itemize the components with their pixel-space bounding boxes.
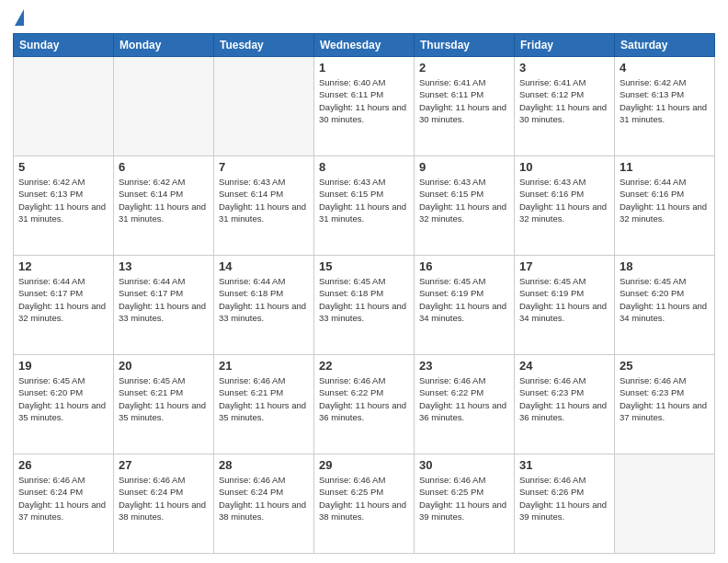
calendar-day-cell: 21Sunrise: 6:46 AM Sunset: 6:21 PM Dayli… — [214, 355, 314, 454]
day-info: Sunrise: 6:46 AM Sunset: 6:22 PM Dayligh… — [319, 374, 409, 423]
calendar-header-day: Sunday — [14, 34, 114, 57]
calendar-day-cell: 30Sunrise: 6:46 AM Sunset: 6:25 PM Dayli… — [415, 454, 515, 554]
calendar-day-cell: 1Sunrise: 6:40 AM Sunset: 6:11 PM Daylig… — [314, 57, 415, 156]
calendar-header-row: SundayMondayTuesdayWednesdayThursdayFrid… — [14, 34, 715, 57]
calendar-header-day: Friday — [515, 34, 615, 57]
day-info: Sunrise: 6:43 AM Sunset: 6:14 PM Dayligh… — [219, 176, 309, 224]
day-info: Sunrise: 6:46 AM Sunset: 6:24 PM Dayligh… — [119, 474, 209, 523]
day-number: 19 — [18, 359, 108, 373]
calendar-week-row: 26Sunrise: 6:46 AM Sunset: 6:24 PM Dayli… — [14, 454, 715, 554]
calendar-day-cell: 7Sunrise: 6:43 AM Sunset: 6:14 PM Daylig… — [214, 156, 314, 256]
day-number: 11 — [620, 160, 710, 174]
day-number: 10 — [519, 160, 609, 174]
day-number: 16 — [419, 259, 509, 273]
calendar-header-day: Monday — [114, 34, 214, 57]
calendar-day-cell: 17Sunrise: 6:45 AM Sunset: 6:19 PM Dayli… — [515, 256, 615, 355]
header — [13, 9, 715, 26]
day-number: 20 — [119, 359, 209, 373]
day-number: 24 — [519, 359, 609, 373]
calendar-week-row: 12Sunrise: 6:44 AM Sunset: 6:17 PM Dayli… — [14, 256, 715, 355]
calendar-header-day: Wednesday — [314, 34, 415, 57]
calendar-day-cell: 10Sunrise: 6:43 AM Sunset: 6:16 PM Dayli… — [515, 156, 615, 256]
day-info: Sunrise: 6:43 AM Sunset: 6:15 PM Dayligh… — [419, 176, 509, 224]
day-number: 14 — [219, 259, 309, 273]
day-info: Sunrise: 6:46 AM Sunset: 6:24 PM Dayligh… — [219, 474, 309, 523]
calendar-day-cell: 4Sunrise: 6:42 AM Sunset: 6:13 PM Daylig… — [615, 57, 715, 156]
day-number: 2 — [419, 61, 509, 75]
calendar-day-cell: 12Sunrise: 6:44 AM Sunset: 6:17 PM Dayli… — [14, 256, 114, 355]
day-number: 9 — [419, 160, 509, 174]
day-info: Sunrise: 6:42 AM Sunset: 6:14 PM Dayligh… — [119, 176, 209, 224]
calendar-header-day: Thursday — [415, 34, 515, 57]
day-number: 28 — [219, 458, 309, 472]
day-number: 23 — [419, 359, 509, 373]
day-info: Sunrise: 6:46 AM Sunset: 6:21 PM Dayligh… — [219, 374, 309, 423]
calendar-day-cell: 6Sunrise: 6:42 AM Sunset: 6:14 PM Daylig… — [114, 156, 214, 256]
calendar-week-row: 1Sunrise: 6:40 AM Sunset: 6:11 PM Daylig… — [14, 57, 715, 156]
day-number: 31 — [519, 458, 609, 472]
day-info: Sunrise: 6:44 AM Sunset: 6:18 PM Dayligh… — [219, 275, 309, 324]
day-info: Sunrise: 6:41 AM Sunset: 6:12 PM Dayligh… — [519, 76, 609, 125]
logo — [13, 9, 26, 26]
page: SundayMondayTuesdayWednesdayThursdayFrid… — [0, 0, 728, 563]
day-number: 21 — [219, 359, 309, 373]
day-number: 6 — [119, 160, 209, 174]
calendar-day-cell: 13Sunrise: 6:44 AM Sunset: 6:17 PM Dayli… — [114, 256, 214, 355]
day-number: 27 — [119, 458, 209, 472]
calendar-table: SundayMondayTuesdayWednesdayThursdayFrid… — [13, 33, 715, 554]
day-number: 8 — [319, 160, 409, 174]
day-info: Sunrise: 6:45 AM Sunset: 6:19 PM Dayligh… — [519, 275, 609, 324]
day-info: Sunrise: 6:42 AM Sunset: 6:13 PM Dayligh… — [620, 76, 710, 125]
day-info: Sunrise: 6:44 AM Sunset: 6:17 PM Dayligh… — [18, 275, 108, 324]
calendar-day-cell: 16Sunrise: 6:45 AM Sunset: 6:19 PM Dayli… — [415, 256, 515, 355]
day-info: Sunrise: 6:42 AM Sunset: 6:13 PM Dayligh… — [18, 176, 108, 224]
day-info: Sunrise: 6:40 AM Sunset: 6:11 PM Dayligh… — [319, 76, 409, 125]
calendar-day-cell: 22Sunrise: 6:46 AM Sunset: 6:22 PM Dayli… — [314, 355, 415, 454]
day-info: Sunrise: 6:44 AM Sunset: 6:17 PM Dayligh… — [119, 275, 209, 324]
calendar-header-day: Tuesday — [214, 34, 314, 57]
day-number: 17 — [519, 259, 609, 273]
day-info: Sunrise: 6:46 AM Sunset: 6:22 PM Dayligh… — [419, 374, 509, 423]
day-number: 18 — [620, 259, 710, 273]
day-info: Sunrise: 6:41 AM Sunset: 6:11 PM Dayligh… — [419, 76, 509, 125]
calendar-day-cell: 27Sunrise: 6:46 AM Sunset: 6:24 PM Dayli… — [114, 454, 214, 554]
day-number: 26 — [18, 458, 108, 472]
calendar-day-cell: 15Sunrise: 6:45 AM Sunset: 6:18 PM Dayli… — [314, 256, 415, 355]
calendar-day-cell: 20Sunrise: 6:45 AM Sunset: 6:21 PM Dayli… — [114, 355, 214, 454]
day-number: 12 — [18, 259, 108, 273]
calendar-day-cell — [114, 57, 214, 156]
calendar-week-row: 5Sunrise: 6:42 AM Sunset: 6:13 PM Daylig… — [14, 156, 715, 256]
day-info: Sunrise: 6:45 AM Sunset: 6:20 PM Dayligh… — [620, 275, 710, 324]
day-info: Sunrise: 6:46 AM Sunset: 6:23 PM Dayligh… — [620, 374, 710, 423]
day-info: Sunrise: 6:44 AM Sunset: 6:16 PM Dayligh… — [620, 176, 710, 224]
day-number: 15 — [319, 259, 409, 273]
day-info: Sunrise: 6:45 AM Sunset: 6:21 PM Dayligh… — [119, 374, 209, 423]
day-number: 5 — [18, 160, 108, 174]
day-info: Sunrise: 6:45 AM Sunset: 6:19 PM Dayligh… — [419, 275, 509, 324]
calendar-week-row: 19Sunrise: 6:45 AM Sunset: 6:20 PM Dayli… — [14, 355, 715, 454]
day-info: Sunrise: 6:46 AM Sunset: 6:25 PM Dayligh… — [419, 474, 509, 523]
calendar-day-cell — [615, 454, 715, 554]
logo-triangle-icon — [15, 9, 24, 26]
calendar-day-cell: 11Sunrise: 6:44 AM Sunset: 6:16 PM Dayli… — [615, 156, 715, 256]
day-info: Sunrise: 6:46 AM Sunset: 6:23 PM Dayligh… — [519, 374, 609, 423]
calendar-day-cell: 9Sunrise: 6:43 AM Sunset: 6:15 PM Daylig… — [415, 156, 515, 256]
calendar-day-cell: 3Sunrise: 6:41 AM Sunset: 6:12 PM Daylig… — [515, 57, 615, 156]
calendar-day-cell: 26Sunrise: 6:46 AM Sunset: 6:24 PM Dayli… — [14, 454, 114, 554]
day-number: 30 — [419, 458, 509, 472]
calendar-header-day: Saturday — [615, 34, 715, 57]
calendar-day-cell: 25Sunrise: 6:46 AM Sunset: 6:23 PM Dayli… — [615, 355, 715, 454]
day-info: Sunrise: 6:46 AM Sunset: 6:26 PM Dayligh… — [519, 474, 609, 523]
calendar-day-cell: 23Sunrise: 6:46 AM Sunset: 6:22 PM Dayli… — [415, 355, 515, 454]
calendar-day-cell: 8Sunrise: 6:43 AM Sunset: 6:15 PM Daylig… — [314, 156, 415, 256]
calendar-day-cell: 24Sunrise: 6:46 AM Sunset: 6:23 PM Dayli… — [515, 355, 615, 454]
day-info: Sunrise: 6:46 AM Sunset: 6:25 PM Dayligh… — [319, 474, 409, 523]
day-info: Sunrise: 6:43 AM Sunset: 6:16 PM Dayligh… — [519, 176, 609, 224]
calendar-day-cell: 29Sunrise: 6:46 AM Sunset: 6:25 PM Dayli… — [314, 454, 415, 554]
day-number: 1 — [319, 61, 409, 75]
day-info: Sunrise: 6:45 AM Sunset: 6:20 PM Dayligh… — [18, 374, 108, 423]
calendar-day-cell: 14Sunrise: 6:44 AM Sunset: 6:18 PM Dayli… — [214, 256, 314, 355]
calendar-day-cell: 2Sunrise: 6:41 AM Sunset: 6:11 PM Daylig… — [415, 57, 515, 156]
day-number: 22 — [319, 359, 409, 373]
calendar-day-cell: 18Sunrise: 6:45 AM Sunset: 6:20 PM Dayli… — [615, 256, 715, 355]
